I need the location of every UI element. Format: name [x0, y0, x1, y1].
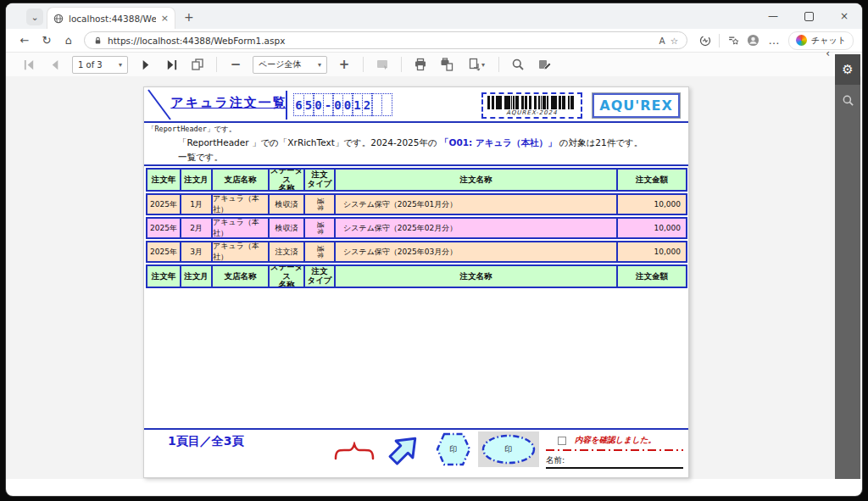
previous-page-icon — [49, 58, 62, 71]
tab-strip: ⌄ localhost:44388/WebForm1.aspx × + — × — [6, 3, 862, 29]
cell-status: 検収済 — [268, 217, 305, 239]
order-table: 注文年 注文月 支店名称 ステータス 名称 注文 タイプ 注文名称 注文金額 2… — [146, 168, 687, 288]
col-header-name: 注文名称 — [334, 168, 618, 192]
zoom-out-button[interactable]: − — [226, 55, 245, 74]
brace-shape — [334, 442, 375, 462]
divider — [719, 34, 720, 47]
print-page-icon — [440, 58, 453, 71]
table-row: 2025年 3月 アキュラ（本社） 注文済 通常 システム保守（2025年03月… — [146, 241, 687, 263]
logo-text: AQU'REX — [599, 97, 672, 114]
highlight-editing-fields-icon — [376, 58, 389, 71]
search-panel-tab[interactable] — [835, 85, 860, 115]
report-title: アキュラ注文一覧 — [170, 95, 288, 111]
tab-search-button[interactable]: ⌄ — [26, 8, 43, 25]
barcode: AQUREX-2024 — [481, 92, 582, 119]
refresh-button[interactable]: ↻ — [40, 34, 53, 47]
cell-month: 2月 — [180, 217, 213, 239]
close-button[interactable]: × — [826, 3, 862, 29]
favorite-star-icon[interactable]: ☆ — [670, 36, 678, 46]
collections-icon[interactable] — [727, 35, 739, 47]
new-tab-button[interactable]: + — [184, 10, 194, 24]
toolbar-separator — [498, 57, 499, 72]
maximize-button[interactable] — [791, 3, 826, 29]
rich-text-line: 「ReportHeader 」での「XrRichText」です。2024-202… — [178, 137, 678, 149]
export-button[interactable]: ▾ — [464, 55, 489, 74]
cell-branch: アキュラ（本社） — [211, 193, 270, 215]
minimize-button[interactable]: — — [755, 3, 791, 29]
navigation-bar: ← ↻ ⌂ https://localhost:44388/WebForm1.a… — [6, 29, 862, 53]
profile-avatar[interactable] — [747, 34, 760, 47]
first-page-icon — [23, 58, 36, 71]
col-header-month: 注文月 — [180, 264, 213, 288]
browser-essentials-icon[interactable] — [699, 35, 711, 47]
red-dash-dot-line — [546, 448, 683, 452]
cell-amount: 10,000 — [616, 217, 687, 239]
cell-branch: アキュラ（本社） — [211, 241, 270, 263]
confirm-text: 内容を確認しました。 — [575, 435, 656, 446]
cell-type-text: 通常 — [315, 245, 325, 259]
postal-code-comb: 6 5 0 - 0 0 1 2 — [293, 93, 392, 116]
cell-year: 2025年 — [146, 217, 181, 239]
table-row: 2025年 1月 アキュラ（本社） 検収済 通常 システム保守（2025年01月… — [146, 193, 687, 215]
browser-tab[interactable]: localhost:44388/WebForm1.aspx × — [47, 7, 175, 29]
browser-window: ⌄ localhost:44388/WebForm1.aspx × + — × — [6, 3, 862, 496]
first-page-button[interactable] — [19, 55, 38, 74]
cell-type-text: 通常 — [315, 198, 325, 211]
print-page-button[interactable] — [437, 55, 456, 74]
browser-action-icons: … チャット — [699, 31, 854, 50]
header-rule — [144, 121, 688, 123]
cell-order-name: システム保守（2025年02月分） — [334, 217, 618, 239]
previous-page-button[interactable] — [46, 55, 64, 74]
back-button[interactable]: ← — [18, 34, 31, 47]
panel-collapse-button[interactable]: ‹ — [826, 47, 830, 59]
cell-month: 3月 — [180, 241, 213, 263]
col-header-year: 注文年 — [146, 168, 181, 192]
tab-close-icon[interactable]: × — [161, 13, 169, 24]
more-options-icon[interactable]: … — [767, 34, 781, 47]
zoom-in-button[interactable]: + — [335, 55, 353, 74]
last-page-button[interactable] — [162, 55, 181, 74]
cell-status: 注文済 — [268, 241, 305, 263]
globe-icon — [53, 14, 64, 24]
search-button[interactable] — [509, 55, 527, 74]
col-header-amount: 注文金額 — [616, 168, 687, 192]
toolbar-separator — [401, 57, 402, 72]
cell-amount: 10,000 — [616, 241, 687, 263]
read-aloud-icon[interactable]: A — [659, 36, 665, 46]
stamp-label: 印 — [450, 444, 458, 455]
viewer-side-panel: ⚙ — [835, 54, 860, 479]
export-options-tab[interactable]: ⚙ — [835, 54, 860, 85]
col-header-name: 注文名称 — [334, 264, 618, 288]
next-page-icon — [139, 58, 152, 71]
copilot-button[interactable]: チャット — [788, 31, 854, 50]
col-header-status: ステータス 名称 — [268, 264, 305, 288]
cell-year: 2025年 — [146, 241, 181, 263]
col-header-type: 注文 タイプ — [303, 168, 336, 192]
cell-order-name: システム保守（2025年01月分） — [334, 193, 618, 215]
editing-fields-button[interactable] — [535, 55, 554, 74]
address-bar[interactable]: https://localhost:44388/WebForm1.aspx A … — [84, 31, 687, 49]
home-button[interactable]: ⌂ — [62, 34, 75, 47]
multipage-view-button[interactable] — [188, 55, 207, 74]
chevron-down-icon: ▾ — [318, 61, 321, 69]
chevron-down-icon: ▾ — [481, 61, 485, 69]
arrow-shape — [385, 430, 424, 469]
minimize-icon: — — [768, 10, 778, 22]
zoom-selector[interactable]: ページ全体 ▾ — [253, 56, 327, 74]
cell-amount: 10,000 — [616, 193, 687, 215]
multipage-icon — [191, 58, 204, 71]
cell-order-name: システム保守（2025年03月分） — [334, 241, 618, 263]
search-icon — [842, 94, 854, 107]
window-controls: — × — [755, 3, 862, 29]
next-page-button[interactable] — [136, 55, 154, 74]
page-selector[interactable]: 1 of 3 ▾ — [72, 56, 128, 74]
rich-text-line2: 一覧です。 — [178, 152, 223, 164]
print-button[interactable] — [411, 55, 430, 74]
report-page: アキュラ注文一覧 6 5 0 - 0 0 1 2 AQUREX-2024 AQU… — [143, 86, 689, 478]
highlight-editing-fields-button[interactable] — [373, 55, 392, 74]
header-divider — [286, 91, 287, 120]
url-text[interactable]: https://localhost:44388/WebForm1.aspx — [108, 36, 654, 46]
page-info: 1頁目／全3頁 — [168, 434, 243, 449]
confirm-checkbox — [558, 437, 566, 445]
stamp-label: 印 — [505, 444, 513, 455]
